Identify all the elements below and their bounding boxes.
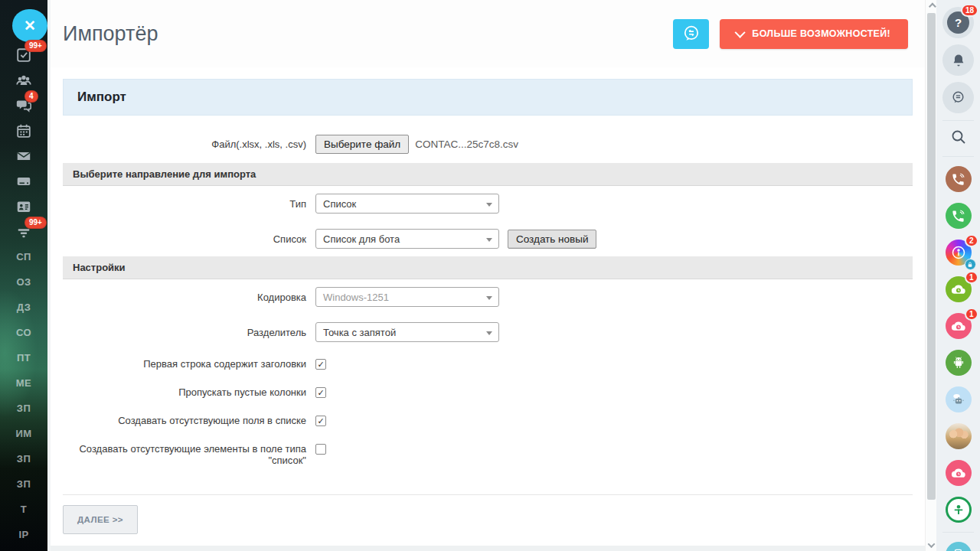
phone-icon: [951, 172, 965, 187]
mail-icon: [15, 148, 32, 165]
robot-face-icon: [951, 392, 966, 407]
feedback-chat-button[interactable]: [673, 19, 709, 49]
sidebar-item-crm[interactable]: 99+: [0, 219, 47, 244]
sidebar-item-zp1[interactable]: ЗП: [0, 396, 47, 421]
sidebar-item-me[interactable]: МЕ: [0, 370, 47, 396]
info-app-badge: 2: [965, 234, 978, 247]
close-menu-button[interactable]: ✕: [12, 9, 47, 42]
more-features-button[interactable]: БОЛЬШЕ ВОЗМОЖНОСТЕЙ!: [720, 19, 908, 49]
separator-row: Разделитель Точка с запятой: [63, 322, 913, 342]
disk-icon: [15, 173, 32, 190]
sidebar-item-dz[interactable]: ДЗ: [0, 295, 47, 320]
messenger-badge: 4: [24, 90, 38, 103]
checkbox-row-headers: Первая строка содержит заголовки ✓: [63, 358, 913, 370]
sidebar-item-employees[interactable]: [0, 67, 47, 93]
telephony-app-green[interactable]: [943, 201, 974, 231]
separator-select[interactable]: Точка с запятой: [315, 322, 499, 342]
person-logo-icon: [952, 503, 965, 517]
next-button[interactable]: ДАЛЕЕ >>: [63, 505, 138, 534]
chat-exchange-icon: [681, 24, 701, 44]
page-header: Импортёр БОЛЬШЕ ВОЗМОЖНОСТЕЙ!: [51, 0, 925, 67]
checkbox-label: Создавать отсутствующие поля в списке: [63, 415, 315, 426]
chevron-down-icon: [735, 28, 746, 38]
cloud-backup-app-pink[interactable]: 1: [943, 311, 974, 341]
chosen-file-name: CONTAC...25c7c8.csv: [415, 139, 518, 150]
rail-divider: [942, 156, 974, 157]
chevron-down-icon: [486, 238, 492, 242]
checkbox-label: Пропускать пустые колонки: [63, 386, 315, 398]
close-icon: ✕: [24, 17, 36, 34]
list-label: Список: [63, 233, 315, 245]
mobile-cloud-icon: [951, 548, 965, 551]
vertical-scrollbar[interactable]: [925, 0, 936, 551]
rail-divider: [942, 532, 974, 533]
partner-app-green[interactable]: [943, 494, 974, 525]
sidebar-item-pt[interactable]: ПТ: [0, 345, 47, 370]
create-elements-checkbox[interactable]: [315, 444, 326, 455]
check-icon: ✓: [317, 416, 324, 425]
sidebar-item-sp[interactable]: СП: [0, 244, 47, 269]
android-app[interactable]: [943, 347, 974, 378]
sidebar-item-disk[interactable]: [0, 168, 47, 194]
mobile-app[interactable]: [943, 540, 974, 551]
tasks-badge: 99+: [24, 40, 47, 52]
rail-divider: [942, 120, 974, 121]
list-select[interactable]: Список для бота: [315, 229, 499, 249]
list-select-value: Список для бота: [323, 233, 400, 245]
sidebar-item-oz[interactable]: ОЗ: [0, 269, 47, 295]
sidebar-item-contacts[interactable]: [0, 194, 47, 219]
sidebar-item-t[interactable]: Т: [0, 497, 47, 522]
skip-empty-checkbox[interactable]: ✓: [315, 387, 326, 398]
chatbot-app[interactable]: [943, 384, 974, 415]
info-app[interactable]: 2: [943, 237, 974, 268]
people-photo: [946, 423, 972, 449]
sidebar-item-calendar[interactable]: [0, 118, 47, 143]
crm-badge: 99+: [24, 217, 47, 229]
cloud-clock-icon: [950, 318, 966, 334]
sidebar-item-im[interactable]: ИМ: [0, 421, 47, 446]
separator-select-value: Точка с запятой: [323, 327, 396, 338]
checkbox-row-create-fields: Создавать отсутствующие поля в списке ✓: [63, 415, 913, 426]
type-select[interactable]: Список: [315, 194, 499, 214]
scroll-up-arrow[interactable]: [926, 0, 937, 12]
sidebar-item-tasks[interactable]: 99+: [0, 42, 47, 67]
choose-file-button[interactable]: Выберите файл: [315, 135, 409, 154]
left-sidebar: ✕ 99+ 4 99+ СП ОЗ Д: [0, 0, 47, 551]
help-badge: 18: [961, 4, 978, 17]
encoding-select-value: Windows-1251: [323, 292, 389, 303]
cloud-backup-app-green[interactable]: 1: [943, 274, 974, 305]
bell-icon: [951, 53, 966, 68]
chat-panel-button[interactable]: [942, 82, 974, 113]
create-new-button[interactable]: Создать новый: [508, 230, 596, 249]
cloud-backup-app-pink-2[interactable]: [943, 458, 974, 488]
type-row: Тип Список: [63, 194, 913, 214]
headers-checkbox[interactable]: ✓: [315, 359, 326, 370]
check-icon: ✓: [317, 360, 324, 369]
scroll-down-arrow[interactable]: [926, 539, 937, 551]
file-row: Файл(.xlsx, .xls, .csv) Выберите файл CO…: [63, 135, 913, 154]
encoding-label: Кодировка: [63, 292, 315, 303]
sidebar-item-messenger[interactable]: 4: [0, 93, 47, 118]
checkbox-label: Создавать отсутствующие элементы в поле …: [63, 443, 315, 466]
encoding-select[interactable]: Windows-1251: [315, 287, 499, 307]
checkbox-row-skip-empty: Пропускать пустые колонки ✓: [63, 386, 913, 398]
panel-bottom-edge: [51, 546, 925, 551]
sidebar-item-mail[interactable]: [0, 143, 47, 168]
type-label: Тип: [63, 198, 315, 210]
page-title: Импортёр: [63, 22, 158, 46]
create-fields-checkbox[interactable]: ✓: [315, 416, 326, 426]
team-avatar[interactable]: [943, 421, 974, 452]
search-button[interactable]: [949, 128, 968, 149]
notifications-button[interactable]: [942, 44, 974, 76]
sidebar-item-so[interactable]: СО: [0, 320, 47, 345]
cloud-pink-badge: 1: [965, 308, 978, 321]
lock-icon: [965, 259, 976, 270]
sidebar-item-zp3[interactable]: ЗП: [0, 471, 47, 497]
telephony-app-brown[interactable]: [943, 164, 974, 194]
help-button[interactable]: ? 18: [942, 7, 974, 38]
phone-icon: [951, 209, 965, 223]
header-actions: БОЛЬШЕ ВОЗМОЖНОСТЕЙ!: [673, 19, 908, 49]
sidebar-item-zp2[interactable]: ЗП: [0, 446, 47, 471]
sidebar-item-ip[interactable]: IP: [0, 522, 47, 547]
scrollbar-thumb[interactable]: [927, 13, 936, 500]
